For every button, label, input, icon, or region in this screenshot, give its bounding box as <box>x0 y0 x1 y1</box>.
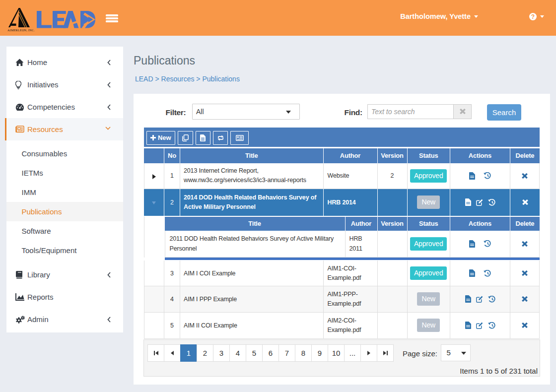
svg-text:?: ? <box>531 13 535 20</box>
